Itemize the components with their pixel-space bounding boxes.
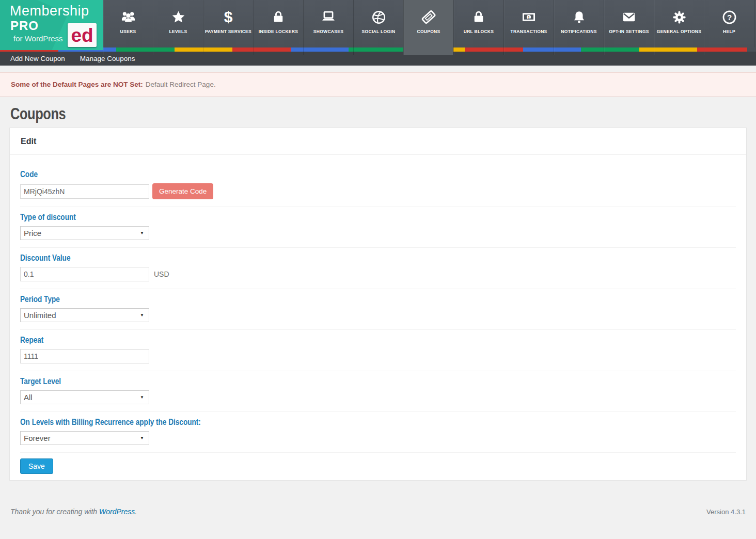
target-level-label: Target Level (20, 377, 61, 386)
nav-item-payment-services[interactable]: $ PAYMENT SERVICES (203, 0, 253, 55)
top-navbar: USERS LEVELS $ PAYMENT SERVICES (0, 0, 756, 52)
target-level-select[interactable]: All ▼ (20, 390, 149, 404)
select-value: Forever (24, 434, 51, 442)
notice-bold-text: Some of the Default Pages are NOT Set: (11, 81, 143, 88)
edit-coupon-panel: Edit Code Generate Code Type of discount… (9, 128, 747, 481)
dollar-icon: $ (224, 8, 233, 26)
version-text: Version 4.3.1 (706, 508, 746, 516)
nav-item-showcases[interactable]: SHOWCASES (303, 0, 353, 55)
panel-title: Edit (10, 128, 746, 155)
nav-item-coupons[interactable]: COUPONS (403, 0, 453, 55)
nav-item-notifications[interactable]: NOTIFICATIONS (554, 0, 604, 55)
nav-item-label: SOCIAL LOGIN (362, 29, 396, 34)
svg-text:1: 1 (528, 15, 530, 20)
nav-item-opt-in-settings[interactable]: OPT-IN SETTINGS (604, 0, 654, 55)
logo-subtitle: PRO (10, 19, 39, 33)
type-of-discount-label: Type of discount (20, 213, 76, 222)
nav-item-general-options[interactable]: GENERAL OPTIONS (654, 0, 704, 55)
edit-coupon-form: Code Generate Code Type of discount Pric… (10, 155, 746, 480)
nav-item-inside-lockers[interactable]: INSIDE LOCKERS (253, 0, 303, 55)
nav-item-label: SHOWCASES (313, 29, 343, 34)
star-icon (170, 8, 187, 26)
billing-recurrence-label: On Levels with Billing Recurrence apply … (20, 418, 201, 427)
nav-item-levels[interactable]: LEVELS (153, 0, 203, 55)
form-group-repeat: Repeat (20, 330, 736, 371)
nav-item-label: LEVELS (169, 29, 187, 34)
banknote-icon: 1 (520, 8, 538, 26)
form-group-code: Code Generate Code (20, 163, 736, 207)
nav-item-help[interactable]: ? HELP (704, 0, 754, 55)
caret-down-icon: ▼ (140, 436, 144, 440)
nav-item-label: USERS (120, 29, 136, 34)
save-button[interactable]: Save (20, 458, 53, 474)
nav-item-label: COUPONS (417, 29, 440, 34)
nav-item-label: TRANSACTIONS (510, 29, 547, 34)
repeat-input[interactable] (20, 349, 149, 363)
form-group-type-of-discount: Type of discount Price ▼ (20, 207, 736, 248)
notice-text: Default Redirect Page. (146, 81, 216, 88)
bell-icon (571, 8, 588, 26)
laptop-icon (320, 8, 337, 26)
nav-item-label: URL BLOCKS (464, 29, 494, 34)
currency-unit: USD (154, 270, 169, 278)
form-group-billing-recurrence: On Levels with Billing Recurrence apply … (20, 412, 736, 453)
save-row: Save (20, 453, 736, 480)
type-of-discount-select[interactable]: Price ▼ (20, 226, 149, 240)
nav-item-url-blocks[interactable]: URL BLOCKS (453, 0, 503, 55)
membership-pro-logo: Membership PRO for WordPress ed (0, 0, 103, 50)
nav-item-label: PAYMENT SERVICES (205, 29, 251, 34)
submenu-manage-coupons[interactable]: Manage Coupons (80, 55, 135, 62)
default-pages-notice: Some of the Default Pages are NOT Set: D… (0, 72, 756, 97)
form-group-target-level: Target Level All ▼ (20, 371, 736, 412)
nav-item-users[interactable]: USERS (103, 0, 153, 55)
nav-item-label: OPT-IN SETTINGS (609, 29, 649, 34)
padlock-icon (470, 8, 487, 26)
logo-title: Membership (10, 3, 89, 19)
svg-text:?: ? (727, 13, 731, 22)
caret-down-icon: ▼ (140, 231, 144, 235)
period-type-select[interactable]: Unlimited ▼ (20, 308, 149, 322)
envelope-icon (620, 8, 638, 26)
billing-recurrence-select[interactable]: Forever ▼ (20, 431, 149, 445)
ed-badge: ed (68, 23, 97, 47)
page-title: Coupons (10, 105, 747, 123)
nav-item-label: GENERAL OPTIONS (657, 29, 702, 34)
submenu-add-new-coupon[interactable]: Add New Coupon (10, 55, 65, 62)
generate-code-button[interactable]: Generate Code (152, 183, 213, 199)
select-value: Unlimited (24, 311, 56, 320)
nav-item-label: INSIDE LOCKERS (259, 29, 298, 34)
logo-tagline: for WordPress (13, 34, 63, 43)
select-value: Price (24, 229, 41, 237)
nav-item-label: NOTIFICATIONS (561, 29, 596, 34)
form-group-discount-value: Discount Value USD (20, 248, 736, 289)
dribbble-ball-icon (370, 8, 387, 26)
question-circle-icon: ? (721, 8, 738, 26)
code-input[interactable] (20, 184, 149, 199)
nav-items: USERS LEVELS $ PAYMENT SERVICES (103, 0, 754, 47)
footer-thanks: Thank you for creating with WordPress. (10, 508, 137, 516)
wordpress-link[interactable]: WordPress (99, 508, 135, 516)
code-label: Code (20, 170, 38, 179)
users-icon (120, 8, 137, 26)
membership-pro-admin-page: USERS LEVELS $ PAYMENT SERVICES (0, 0, 756, 539)
repeat-label: Repeat (20, 336, 43, 345)
caret-down-icon: ▼ (140, 395, 144, 400)
form-group-period-type: Period Type Unlimited ▼ (20, 289, 736, 330)
discount-value-label: Discount Value (20, 253, 71, 263)
padlock-icon (270, 8, 287, 26)
nav-item-social-login[interactable]: SOCIAL LOGIN (353, 0, 403, 55)
main-content: Coupons Edit Code Generate Code Type of … (0, 105, 756, 516)
nav-item-transactions[interactable]: 1 TRANSACTIONS (503, 0, 554, 55)
discount-value-input[interactable] (20, 267, 149, 281)
select-value: All (24, 393, 33, 402)
admin-footer: Thank you for creating with WordPress. V… (9, 481, 747, 516)
gear-icon (671, 8, 688, 26)
period-type-label: Period Type (20, 295, 60, 304)
ticket-icon (420, 8, 437, 26)
nav-item-label: HELP (723, 29, 735, 34)
caret-down-icon: ▼ (140, 313, 144, 318)
